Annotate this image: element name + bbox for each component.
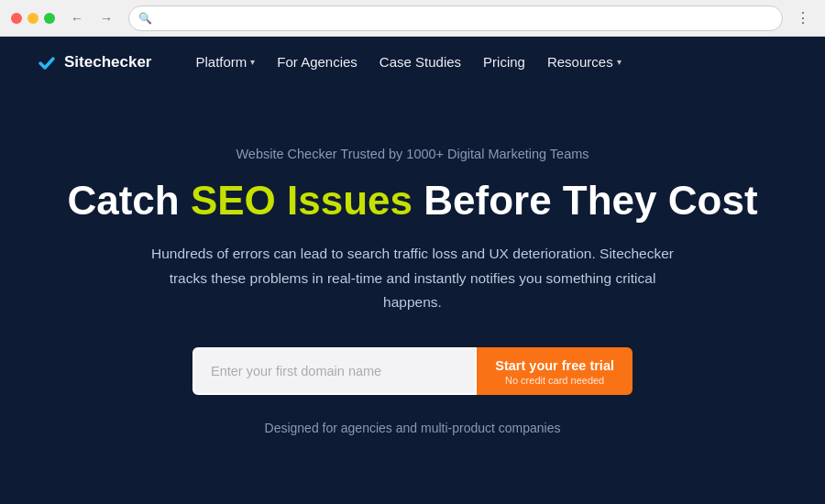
website: Sitechecker Platform ▾ For Agencies Case… [0, 37, 825, 504]
cta-button-main-text: Start your free trial [495, 357, 614, 375]
cta-button-sub-text: No credit card needed [505, 375, 604, 386]
address-bar[interactable]: 🔍 [128, 5, 783, 31]
url-input[interactable] [158, 11, 773, 25]
minimize-button[interactable] [28, 13, 38, 24]
nav-links: Platform ▾ For Agencies Case Studies Pri… [195, 54, 621, 70]
traffic-lights [11, 13, 55, 24]
logo-text: Sitechecker [64, 53, 151, 71]
chevron-down-icon: ▾ [250, 57, 255, 67]
navigation: Sitechecker Platform ▾ For Agencies Case… [0, 37, 825, 87]
search-icon: 🔍 [138, 12, 152, 25]
nav-item-for-agencies[interactable]: For Agencies [277, 54, 358, 70]
hero-title-after: Before They Cost [412, 178, 758, 223]
browser-menu-icon[interactable]: ⋮ [792, 5, 814, 30]
nav-item-platform[interactable]: Platform ▾ [195, 54, 255, 70]
nav-item-case-studies[interactable]: Case Studies [380, 54, 461, 70]
hero-title: Catch SEO Issues Before They Cost [67, 178, 757, 225]
hero-title-highlight: SEO Issues [191, 178, 412, 223]
nav-item-pricing[interactable]: Pricing [483, 54, 525, 70]
start-trial-button[interactable]: Start your free trial No credit card nee… [477, 347, 632, 395]
domain-input[interactable] [192, 347, 477, 395]
hero-title-before: Catch [67, 178, 190, 223]
maximize-button[interactable] [44, 13, 55, 24]
close-button[interactable] [11, 13, 22, 24]
chevron-down-icon: ▾ [617, 57, 622, 67]
hero-subtitle: Website Checker Trusted by 1000+ Digital… [236, 147, 588, 161]
nav-item-resources[interactable]: Resources ▾ [547, 54, 622, 70]
back-button[interactable]: ← [64, 5, 90, 31]
hero-description: Hundreds of errors can lead to search tr… [147, 242, 678, 314]
forward-button[interactable]: → [94, 5, 119, 31]
browser-nav-buttons: ← → [64, 5, 119, 31]
hero-bottom-text: Designed for agencies and multi-product … [265, 421, 561, 435]
hero-cta-form: Start your free trial No credit card nee… [192, 347, 632, 395]
browser-chrome: ← → 🔍 ⋮ [0, 0, 825, 37]
hero-section: Website Checker Trusted by 1000+ Digital… [0, 87, 825, 504]
logo-icon [37, 52, 57, 72]
logo[interactable]: Sitechecker [37, 52, 151, 72]
